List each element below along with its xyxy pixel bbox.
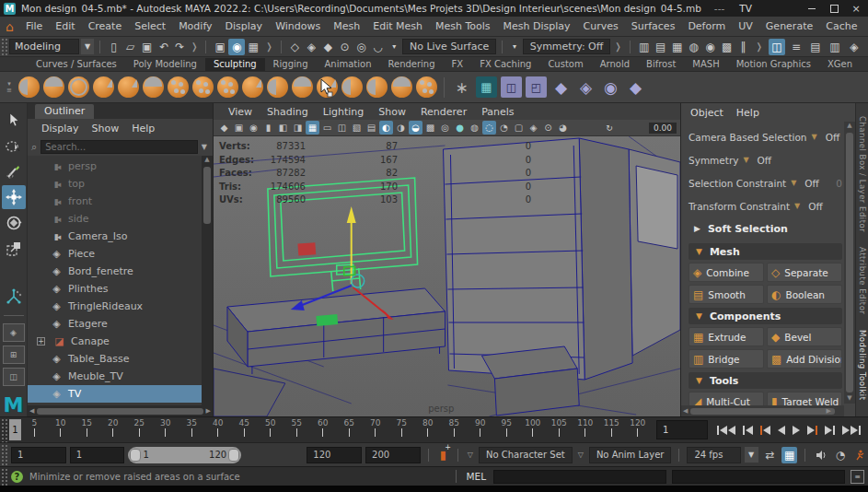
symmetry-dropdown-icon[interactable]: ▾ bbox=[508, 39, 521, 54]
mesh-section-header[interactable]: ▼ Mesh bbox=[689, 243, 842, 260]
maximize-button[interactable] bbox=[826, 2, 842, 15]
sidebar-vertical-tab[interactable]: Channel Box / Layer Editor bbox=[858, 116, 867, 232]
shelf-tab[interactable]: Arnold bbox=[592, 58, 638, 71]
shelf-tab[interactable]: Poly Modeling bbox=[125, 58, 205, 71]
live-surface-field[interactable]: No Live Surface bbox=[402, 39, 496, 54]
shelf-tool-icon[interactable]: ◉ bbox=[600, 76, 621, 98]
status-grip[interactable] bbox=[0, 37, 7, 56]
shelf-tab[interactable]: XGen bbox=[819, 58, 861, 71]
single-pane-layout-button[interactable]: ◈ bbox=[3, 323, 25, 342]
command-grip[interactable] bbox=[0, 467, 7, 486]
snap-icon[interactable]: ◎ bbox=[353, 39, 369, 55]
shelf-menu-icon[interactable]: ▾≡ bbox=[4, 81, 15, 94]
viewport-toolbar-icon[interactable]: ◒ bbox=[409, 121, 422, 135]
shelf-tool-icon[interactable]: ◫ bbox=[501, 76, 522, 98]
anim-layer-dropdown-icon[interactable]: ▽ bbox=[578, 451, 584, 459]
toolkit-button[interactable]: ◐ Boolean bbox=[767, 285, 842, 304]
move-tool[interactable] bbox=[2, 185, 26, 209]
menu-item[interactable]: Display bbox=[219, 20, 270, 32]
mute-audio-icon[interactable] bbox=[813, 447, 828, 463]
sculpt-brush-icon[interactable] bbox=[416, 76, 437, 98]
filter-icon[interactable]: ⌕ bbox=[31, 141, 37, 153]
sidebar-toggle-icon[interactable]: ▤ bbox=[807, 39, 824, 55]
viewport-toolbar-icon[interactable]: ▢ bbox=[512, 121, 526, 135]
undo-icon[interactable]: ↶ bbox=[157, 39, 171, 55]
menu-set-dropdown-icon[interactable]: ▼ bbox=[81, 39, 94, 54]
outliner-item[interactable]: + persp bbox=[28, 158, 213, 175]
render-icon[interactable]: ◍ bbox=[686, 39, 702, 55]
mel-command-input[interactable] bbox=[493, 470, 666, 484]
toolkit-option-row[interactable]: Camera Based Selection ▼ Off bbox=[689, 125, 842, 148]
sidebar-toggle-icon[interactable]: ◫ bbox=[769, 39, 785, 55]
scale-tool[interactable] bbox=[2, 237, 26, 261]
anim-layer-selector[interactable]: No Anim Layer bbox=[589, 447, 672, 463]
selection-mode-icon[interactable]: ◉ bbox=[228, 39, 245, 55]
viewport-toolbar-icon[interactable]: ◕ bbox=[556, 121, 570, 135]
play-forwards-button[interactable] bbox=[793, 423, 800, 438]
viewport-menu-item[interactable]: Show bbox=[371, 106, 413, 118]
toolkit-option-row[interactable]: Selection Constraint ▼ Off 0 bbox=[689, 171, 842, 194]
menu-item[interactable]: Mesh bbox=[327, 20, 366, 32]
outliner-item[interactable]: + Plinthes bbox=[28, 280, 213, 298]
sidebar-toggle-icon[interactable]: ≡ bbox=[788, 39, 804, 55]
sculpt-brush-icon[interactable] bbox=[118, 76, 139, 98]
range-grip[interactable] bbox=[0, 443, 7, 466]
viewport-toolbar-icon[interactable]: ▦ bbox=[306, 121, 319, 135]
range-slider[interactable]: 1 120 bbox=[128, 447, 241, 463]
group-collapse-arrow[interactable]: ❭ bbox=[263, 41, 274, 52]
viewport-toolbar-icon[interactable]: ▧ bbox=[350, 121, 364, 135]
outliner-item[interactable]: + Meuble_TV bbox=[28, 368, 213, 385]
sculpt-brush-icon[interactable] bbox=[292, 76, 313, 98]
shelf-tab[interactable]: Rendering bbox=[379, 58, 443, 71]
render-icon[interactable]: ◉ bbox=[702, 39, 719, 55]
viewport-menu-item[interactable]: Shading bbox=[260, 106, 316, 118]
dropdown-arrow-icon[interactable]: ▼ bbox=[791, 179, 796, 187]
outliner-item[interactable]: + front bbox=[28, 193, 213, 210]
shelf-tool-icon[interactable]: ▦ bbox=[476, 76, 497, 98]
toolkit-button[interactable]: ◆ Bevel bbox=[767, 327, 842, 346]
home-icon[interactable]: ⌂ bbox=[6, 19, 14, 34]
sidebar-toggle-icon[interactable]: ◈ bbox=[846, 39, 862, 55]
viewport-toolbar-icon[interactable]: ▩ bbox=[423, 121, 437, 135]
shelf-tab[interactable]: Rigging bbox=[265, 58, 317, 71]
viewport-menu-item[interactable]: View bbox=[221, 106, 260, 118]
search-dropdown-icon[interactable]: ▼ bbox=[202, 143, 209, 151]
sidebar-vertical-tab[interactable]: Modeling Toolkit bbox=[858, 330, 867, 401]
evaluation-mode-icon[interactable] bbox=[852, 447, 868, 463]
sculpt-brush-icon[interactable] bbox=[93, 76, 114, 98]
tools-section-header[interactable]: ▼ Tools bbox=[689, 372, 842, 389]
menu-item[interactable]: Windows bbox=[269, 20, 327, 32]
current-frame-marker[interactable]: 1 bbox=[9, 419, 21, 440]
menu-item[interactable]: Select bbox=[128, 20, 172, 32]
close-button[interactable]: × bbox=[848, 2, 864, 15]
toolkit-button[interactable]: ▩ Add Divisions bbox=[767, 349, 842, 369]
sculpt-brush-icon[interactable] bbox=[267, 76, 288, 98]
sculpt-brush-icon[interactable] bbox=[317, 76, 338, 98]
sculpt-brush-icon[interactable] bbox=[192, 76, 214, 98]
go-to-start-button[interactable] bbox=[717, 423, 735, 438]
outliner-vscrollbar[interactable]: ▲ bbox=[202, 156, 213, 405]
character-set-selector[interactable]: No Character Set bbox=[479, 447, 573, 463]
viewport-toolbar-icon[interactable]: ◆ bbox=[217, 121, 231, 135]
sculpt-brush-icon[interactable] bbox=[18, 76, 40, 98]
toolkit-vscrollbar[interactable]: ▲▼ bbox=[844, 122, 855, 404]
loop-mode-icon[interactable]: ⇄ bbox=[762, 447, 778, 463]
sculpt-brush-icon[interactable] bbox=[143, 76, 164, 98]
viewport-toolbar-icon[interactable]: ◐ bbox=[379, 121, 393, 135]
outliner-item[interactable]: + Table_Basse bbox=[28, 350, 213, 368]
symmetry-field[interactable]: Symmetry: Off bbox=[523, 39, 611, 54]
shelf-tab[interactable]: MASH bbox=[684, 58, 727, 71]
animation-end-field[interactable]: 200 bbox=[365, 447, 421, 463]
viewport-toolbar-icon[interactable]: ◎ bbox=[438, 121, 452, 135]
viewport-toolbar-icon[interactable]: ◫ bbox=[335, 121, 349, 135]
dropdown-arrow-icon[interactable]: ▼ bbox=[743, 156, 748, 164]
command-result-field[interactable] bbox=[672, 470, 845, 484]
viewport-toolbar-icon[interactable]: ⊙ bbox=[541, 121, 555, 135]
toolkit-button[interactable]: ▥ Bridge bbox=[689, 349, 764, 369]
menu-item[interactable]: Mesh Tools bbox=[429, 20, 497, 32]
menu-item[interactable]: Deform bbox=[681, 20, 732, 32]
menu-item[interactable]: Edit Mesh bbox=[366, 20, 429, 32]
sidebar-vertical-tab[interactable]: Attribute Editor bbox=[858, 247, 867, 314]
viewport-menu-item[interactable]: Lighting bbox=[316, 106, 371, 118]
shelf-tool-icon[interactable]: ∗ bbox=[451, 76, 472, 98]
